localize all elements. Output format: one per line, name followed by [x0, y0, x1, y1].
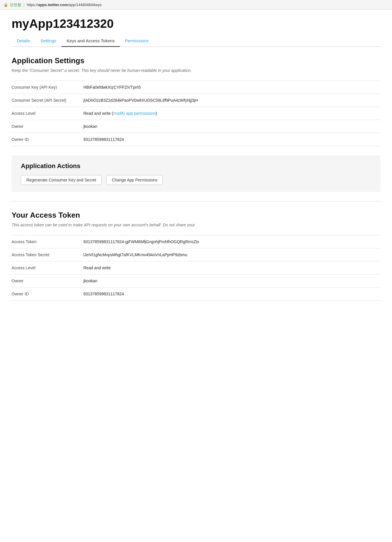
actions-buttons-group: Regenerate Consumer Key and Secret Chang…	[21, 175, 371, 185]
page-content: myApp123412320 Details Settings Keys and…	[0, 10, 392, 312]
access-level-suffix: )	[156, 111, 157, 116]
access-token-heading: Your Access Token	[12, 211, 380, 220]
application-settings-section: Application Settings Keep the "Consumer …	[12, 56, 380, 146]
table-row: Consumer Secret (API Secret) jIAD0O2zB3Z…	[12, 94, 380, 107]
lock-icon: 🔒	[3, 3, 8, 7]
tab-details[interactable]: Details	[12, 35, 35, 47]
table-row: Access Level Read and write	[12, 261, 380, 274]
table-row: Owner ID 931378599831117824	[12, 288, 380, 301]
modify-permissions-link[interactable]: modify app permissions	[113, 111, 156, 116]
section-divider	[12, 201, 380, 201]
field-value: 931378599831117824	[81, 288, 380, 301]
field-label: Owner ID	[12, 133, 81, 146]
field-value: 931378599831117824	[81, 133, 380, 146]
app-title: myApp123412320	[12, 10, 380, 35]
url-bar[interactable]: https://apps.twitter.com/app/14480484/ke…	[27, 3, 102, 7]
url-path: /app/14480484/keys	[68, 3, 102, 7]
table-row: Owner ID 931378599831117824	[12, 133, 380, 146]
field-label: Access Level	[12, 107, 81, 120]
field-label: Owner ID	[12, 288, 81, 301]
url-prefix: https://	[27, 3, 38, 7]
access-level-cell: Read and write (modify app permissions)	[81, 107, 380, 120]
safe-label: 안전함	[10, 2, 21, 8]
field-label: Consumer Key (API Key)	[12, 81, 81, 94]
field-label: Consumer Secret (API Secret)	[12, 94, 81, 107]
access-token-subtitle: This access token can be used to make AP…	[12, 222, 380, 228]
separator: |	[23, 3, 24, 7]
field-value: jkookan	[81, 274, 380, 288]
field-value: Read and write	[81, 261, 380, 274]
regenerate-button[interactable]: Regenerate Consumer Key and Secret	[21, 175, 102, 185]
table-row: Owner jkookan	[12, 120, 380, 133]
table-row: Consumer Key (API Key) HBIFa0efdwkXIzCYF…	[12, 81, 380, 94]
address-bar: 🔒 안전함 | https://apps.twitter.com/app/144…	[0, 0, 392, 10]
tab-permissions[interactable]: Permissions	[120, 35, 154, 47]
app-settings-table: Consumer Key (API Key) HBIFa0efdwkXIzCYF…	[12, 81, 380, 146]
app-settings-heading: Application Settings	[12, 56, 380, 65]
url-domain: apps.twitter.com	[38, 3, 68, 7]
field-label: Owner	[12, 120, 81, 133]
field-value: jIAD0O2zB3Z2d284kPaoPV0w8XUDSC59L8f9PuA4…	[81, 94, 380, 107]
tab-keys[interactable]: Keys and Access Tokens	[61, 35, 120, 47]
table-row: Access Token 931378599831117824-gjFWM6Mf…	[12, 235, 380, 248]
field-value: HBIFa0efdwkXIzCYFPZiVTpm5	[81, 81, 380, 94]
app-settings-subtitle: Keep the "Consumer Secret" a secret. Thi…	[12, 68, 380, 74]
tabs-nav: Details Settings Keys and Access Tokens …	[12, 35, 380, 47]
field-value: 931378599831117824-gjFWM6MfjGngnhjPmhfhO…	[81, 235, 380, 248]
field-label: Access Level	[12, 261, 81, 274]
field-label: Access Token Secret	[12, 248, 81, 261]
actions-heading: Application Actions	[21, 162, 371, 170]
field-value: lJeiVl1gNcMvpsMhgt7afKVLMKmv494oVnLaPpHP…	[81, 248, 380, 261]
access-level-text: Read and write (	[83, 111, 113, 116]
change-permissions-button[interactable]: Change App Permissions	[106, 175, 163, 185]
field-value: jkookan	[81, 120, 380, 133]
application-actions-box: Application Actions Regenerate Consumer …	[12, 155, 380, 192]
access-token-table: Access Token 931378599831117824-gjFWM6Mf…	[12, 235, 380, 301]
table-row: Access Level Read and write (modify app …	[12, 107, 380, 120]
tab-settings[interactable]: Settings	[35, 35, 61, 47]
table-row: Access Token Secret lJeiVl1gNcMvpsMhgt7a…	[12, 248, 380, 261]
field-label: Access Token	[12, 235, 81, 248]
table-row: Owner jkookan	[12, 274, 380, 288]
field-label: Owner	[12, 274, 81, 288]
access-token-section: Your Access Token This access token can …	[12, 211, 380, 301]
